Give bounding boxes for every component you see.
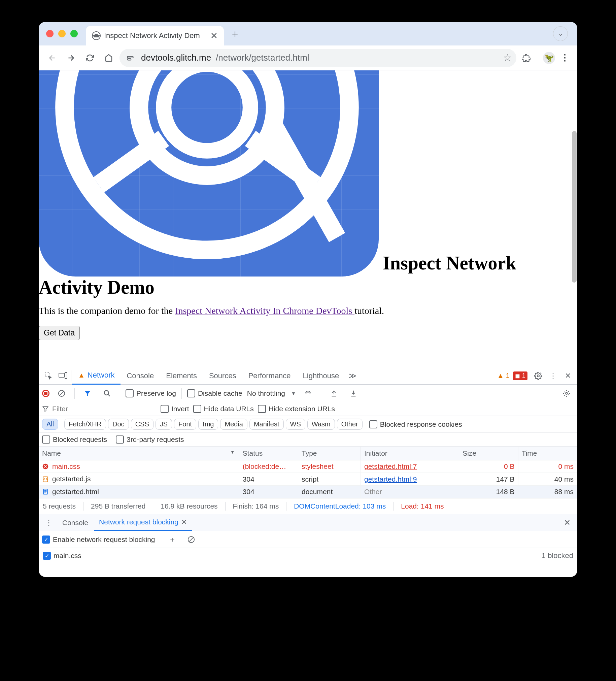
address-bar: devtools.glitch.me/network/getstarted.ht… xyxy=(39,46,577,70)
export-har-icon[interactable] xyxy=(326,386,341,401)
import-har-icon[interactable] xyxy=(346,386,361,401)
remove-all-patterns-button[interactable] xyxy=(184,532,198,547)
invert-checkbox[interactable]: Invert xyxy=(161,405,189,413)
pill-img[interactable]: Img xyxy=(198,419,218,430)
extensions-icon[interactable] xyxy=(519,51,533,65)
drawer-tab-blocking[interactable]: Network request blocking✕ xyxy=(94,514,192,531)
network-toolbar: Preserve log Disable cache No throttling xyxy=(39,385,577,402)
browser-menu-button[interactable]: ⋮ xyxy=(558,51,572,65)
summary-finish: Finish: 164 ms xyxy=(233,502,279,510)
devtools-tab-lighthouse[interactable]: Lighthouse xyxy=(297,367,345,385)
pill-font[interactable]: Font xyxy=(174,419,196,430)
pill-wasm[interactable]: Wasm xyxy=(307,419,335,430)
drawer-close-button[interactable]: ✕ xyxy=(560,518,574,527)
pill-manifest[interactable]: Manifest xyxy=(249,419,284,430)
window-maximize-button[interactable] xyxy=(70,30,78,37)
devtools-tab-elements[interactable]: Elements xyxy=(160,367,203,385)
disable-cache-checkbox[interactable]: Disable cache xyxy=(187,389,242,397)
pattern-checkbox[interactable]: main.css xyxy=(43,552,81,560)
pill-all[interactable]: All xyxy=(42,419,58,430)
filter-toggle-icon[interactable] xyxy=(80,386,95,401)
window-minimize-button[interactable] xyxy=(58,30,65,37)
search-icon[interactable] xyxy=(100,386,114,401)
pill-js[interactable]: JS xyxy=(156,419,172,430)
filter-input-wrapper xyxy=(42,405,157,413)
clear-button[interactable] xyxy=(54,386,69,401)
col-header-status[interactable]: Status xyxy=(239,447,298,460)
close-tab-button[interactable]: ✕ xyxy=(210,31,218,41)
network-settings-gear-icon[interactable] xyxy=(559,386,574,401)
devtools-panel: ▲ Network Console Elements Sources Perfo… xyxy=(39,367,577,577)
new-tab-button[interactable]: ＋ xyxy=(226,25,243,42)
pill-css[interactable]: CSS xyxy=(131,419,154,430)
devtools-menu-button[interactable]: ⋮ xyxy=(546,369,560,383)
filter-input[interactable] xyxy=(52,405,119,413)
col-header-name[interactable]: Name xyxy=(39,447,239,460)
third-party-checkbox[interactable]: 3rd-party requests xyxy=(116,435,184,444)
blurb-after: tutorial. xyxy=(354,305,384,316)
bookmark-star-icon[interactable]: ☆ xyxy=(503,52,512,63)
devtools-tab-sources[interactable]: Sources xyxy=(203,367,242,385)
network-conditions-icon[interactable] xyxy=(301,386,315,401)
svg-rect-1 xyxy=(127,58,131,60)
warnings-badge[interactable]: ▲1 xyxy=(497,372,510,380)
devtools-close-button[interactable]: ✕ xyxy=(560,369,575,383)
table-row[interactable]: getstarted.html 304 document Other 148 B… xyxy=(39,485,577,498)
site-info-icon[interactable] xyxy=(124,52,136,64)
pill-fetch-xhr[interactable]: Fetch/XHR xyxy=(64,419,106,430)
window-close-button[interactable] xyxy=(46,30,54,37)
profile-avatar[interactable]: 🦖 xyxy=(543,52,555,64)
table-row[interactable]: main.css (blocked:de… stylesheet getstar… xyxy=(39,460,577,473)
blocked-requests-checkbox[interactable]: Blocked requests xyxy=(42,435,107,444)
more-tabs-button[interactable]: ≫ xyxy=(345,369,360,383)
devtools-tab-console[interactable]: Console xyxy=(120,367,160,385)
col-header-initiator[interactable]: Initiator xyxy=(361,447,459,460)
pill-other[interactable]: Other xyxy=(337,419,363,430)
page-content: Inspect Network Activity Demo This is th… xyxy=(39,70,577,367)
browser-tab[interactable]: Inspect Network Activity Dem ✕ xyxy=(86,26,224,46)
tutorial-link[interactable]: Inspect Network Activity In Chrome DevTo… xyxy=(175,305,354,316)
blocked-cookies-checkbox[interactable]: Blocked response cookies xyxy=(369,420,462,428)
devtools-tab-network[interactable]: ▲ Network xyxy=(72,367,120,385)
svg-point-2 xyxy=(64,70,349,250)
reload-button[interactable] xyxy=(82,50,98,66)
record-button[interactable] xyxy=(42,390,50,397)
drawer-tab-strip: ⋮ Console Network request blocking✕ ✕ xyxy=(39,514,577,531)
drawer-tab-console[interactable]: Console xyxy=(58,514,93,531)
url-input[interactable]: devtools.glitch.me/network/getstarted.ht… xyxy=(119,49,516,67)
hide-data-urls-checkbox[interactable]: Hide data URLs xyxy=(193,405,254,413)
preserve-log-checkbox[interactable]: Preserve log xyxy=(126,389,176,397)
col-header-type[interactable]: Type xyxy=(298,447,361,460)
drawer-menu-button[interactable]: ⋮ xyxy=(42,515,56,530)
hide-ext-urls-checkbox[interactable]: Hide extension URLs xyxy=(258,405,335,413)
page-scrollbar[interactable] xyxy=(571,70,577,367)
home-button[interactable] xyxy=(101,50,117,66)
add-pattern-button[interactable]: ＋ xyxy=(165,532,180,547)
inspect-element-icon[interactable] xyxy=(41,369,56,383)
tab-label: Network xyxy=(87,371,115,380)
throttling-dropdown[interactable]: No throttling xyxy=(247,389,296,397)
summary-resources: 16.9 kB resources xyxy=(161,502,217,510)
pill-ws[interactable]: WS xyxy=(286,419,305,430)
errors-badge[interactable]: ◼ 1 xyxy=(513,372,528,380)
devtools-tab-performance[interactable]: Performance xyxy=(242,367,297,385)
back-button[interactable] xyxy=(44,50,60,66)
table-row[interactable]: getstarted.js 304 script getstarted.html… xyxy=(39,473,577,485)
warn-count: 1 xyxy=(506,372,510,380)
col-header-time[interactable]: Time xyxy=(518,447,577,460)
tab-search-button[interactable]: ⌄ xyxy=(553,26,568,41)
settings-gear-icon[interactable] xyxy=(531,369,546,383)
device-toolbar-icon[interactable] xyxy=(56,369,70,383)
blocked-req-label: Blocked requests xyxy=(53,435,107,444)
pill-doc[interactable]: Doc xyxy=(108,419,129,430)
err-count: 1 xyxy=(522,372,526,379)
col-header-size[interactable]: Size xyxy=(459,447,518,460)
svg-point-8 xyxy=(537,375,539,377)
enable-blocking-checkbox[interactable]: Enable network request blocking xyxy=(42,535,155,544)
enable-blocking-label: Enable network request blocking xyxy=(53,535,155,544)
blocking-toolbar: Enable network request blocking ＋ xyxy=(39,531,577,548)
close-icon[interactable]: ✕ xyxy=(181,518,187,526)
forward-button[interactable] xyxy=(63,50,79,66)
get-data-button[interactable]: Get Data xyxy=(39,326,80,340)
pill-media[interactable]: Media xyxy=(220,419,247,430)
